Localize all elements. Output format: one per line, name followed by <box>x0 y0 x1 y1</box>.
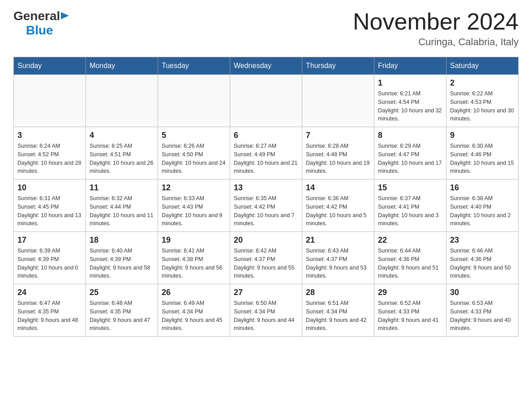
logo-general-text: General <box>13 9 60 23</box>
day-number: 12 <box>162 183 226 193</box>
calendar-cell: 18Sunrise: 6:40 AMSunset: 4:39 PMDayligh… <box>86 232 158 284</box>
day-number: 29 <box>378 288 442 297</box>
logo: General Blue <box>13 9 69 38</box>
day-info: Sunrise: 6:48 AMSunset: 4:35 PMDaylight:… <box>90 299 154 333</box>
day-info: Sunrise: 6:49 AMSunset: 4:34 PMDaylight:… <box>162 299 226 333</box>
calendar-cell: 6Sunrise: 6:27 AMSunset: 4:49 PMDaylight… <box>230 127 302 180</box>
day-number: 20 <box>234 235 298 245</box>
day-info: Sunrise: 6:33 AMSunset: 4:43 PMDaylight:… <box>162 194 226 228</box>
calendar-week-5: 24Sunrise: 6:47 AMSunset: 4:35 PMDayligh… <box>14 284 519 337</box>
calendar-cell: 12Sunrise: 6:33 AMSunset: 4:43 PMDayligh… <box>158 180 230 232</box>
day-number: 11 <box>90 183 154 193</box>
day-info: Sunrise: 6:39 AMSunset: 4:39 PMDaylight:… <box>17 247 82 280</box>
weekday-header-sunday: Sunday <box>14 57 86 75</box>
day-info: Sunrise: 6:44 AMSunset: 4:36 PMDaylight:… <box>378 247 442 280</box>
day-info: Sunrise: 6:30 AMSunset: 4:46 PMDaylight:… <box>450 142 515 176</box>
page-header: General Blue November 2024 Curinga, Cala… <box>13 9 519 48</box>
day-info: Sunrise: 6:26 AMSunset: 4:50 PMDaylight:… <box>162 142 226 176</box>
weekday-header-thursday: Thursday <box>302 57 374 75</box>
calendar-cell: 27Sunrise: 6:50 AMSunset: 4:34 PMDayligh… <box>230 284 302 337</box>
calendar-cell: 21Sunrise: 6:43 AMSunset: 4:37 PMDayligh… <box>302 232 374 284</box>
day-number: 4 <box>90 131 154 140</box>
calendar-cell: 7Sunrise: 6:28 AMSunset: 4:48 PMDaylight… <box>302 127 374 180</box>
calendar-cell: 17Sunrise: 6:39 AMSunset: 4:39 PMDayligh… <box>14 232 86 284</box>
calendar-week-1: 1Sunrise: 6:21 AMSunset: 4:54 PMDaylight… <box>14 75 519 127</box>
day-number: 13 <box>234 183 298 193</box>
day-number: 21 <box>306 235 370 245</box>
calendar-cell: 3Sunrise: 6:24 AMSunset: 4:52 PMDaylight… <box>14 127 86 180</box>
logo-blue-text: Blue <box>26 23 53 37</box>
day-number: 15 <box>378 183 442 193</box>
day-number: 27 <box>234 288 298 297</box>
day-number: 1 <box>378 78 442 88</box>
day-info: Sunrise: 6:28 AMSunset: 4:48 PMDaylight:… <box>306 142 370 176</box>
day-number: 22 <box>378 235 442 245</box>
day-info: Sunrise: 6:52 AMSunset: 4:33 PMDaylight:… <box>378 299 442 333</box>
day-number: 14 <box>306 183 370 193</box>
calendar-cell: 29Sunrise: 6:52 AMSunset: 4:33 PMDayligh… <box>374 284 446 337</box>
day-info: Sunrise: 6:51 AMSunset: 4:34 PMDaylight:… <box>306 299 370 333</box>
day-number: 30 <box>450 288 515 297</box>
day-number: 9 <box>450 131 515 140</box>
calendar-cell: 28Sunrise: 6:51 AMSunset: 4:34 PMDayligh… <box>302 284 374 337</box>
day-info: Sunrise: 6:43 AMSunset: 4:37 PMDaylight:… <box>306 247 370 280</box>
calendar-week-3: 10Sunrise: 6:31 AMSunset: 4:45 PMDayligh… <box>14 180 519 232</box>
day-number: 16 <box>450 183 515 193</box>
day-info: Sunrise: 6:47 AMSunset: 4:35 PMDaylight:… <box>17 299 82 333</box>
calendar-cell: 23Sunrise: 6:46 AMSunset: 4:36 PMDayligh… <box>446 232 519 284</box>
logo-arrow-icon <box>61 11 69 22</box>
calendar-cell <box>230 75 302 127</box>
day-info: Sunrise: 6:41 AMSunset: 4:38 PMDaylight:… <box>162 247 226 280</box>
day-info: Sunrise: 6:31 AMSunset: 4:45 PMDaylight:… <box>17 194 82 228</box>
day-number: 6 <box>234 131 298 140</box>
weekday-header-row: SundayMondayTuesdayWednesdayThursdayFrid… <box>14 57 519 75</box>
day-number: 28 <box>306 288 370 297</box>
calendar-cell: 10Sunrise: 6:31 AMSunset: 4:45 PMDayligh… <box>14 180 86 232</box>
calendar-cell <box>158 75 230 127</box>
calendar-week-2: 3Sunrise: 6:24 AMSunset: 4:52 PMDaylight… <box>14 127 519 180</box>
day-info: Sunrise: 6:46 AMSunset: 4:36 PMDaylight:… <box>450 247 515 280</box>
calendar-cell: 22Sunrise: 6:44 AMSunset: 4:36 PMDayligh… <box>374 232 446 284</box>
day-info: Sunrise: 6:22 AMSunset: 4:53 PMDaylight:… <box>450 90 515 123</box>
day-info: Sunrise: 6:36 AMSunset: 4:42 PMDaylight:… <box>306 194 370 228</box>
location-title: Curinga, Calabria, Italy <box>353 36 519 48</box>
day-number: 23 <box>450 235 515 245</box>
weekday-header-saturday: Saturday <box>446 57 519 75</box>
weekday-header-tuesday: Tuesday <box>158 57 230 75</box>
calendar-cell: 13Sunrise: 6:35 AMSunset: 4:42 PMDayligh… <box>230 180 302 232</box>
calendar-table: SundayMondayTuesdayWednesdayThursdayFrid… <box>13 57 519 337</box>
day-number: 2 <box>450 78 515 88</box>
day-number: 25 <box>90 288 154 297</box>
calendar-cell: 14Sunrise: 6:36 AMSunset: 4:42 PMDayligh… <box>302 180 374 232</box>
calendar-cell: 1Sunrise: 6:21 AMSunset: 4:54 PMDaylight… <box>374 75 446 127</box>
calendar-cell <box>302 75 374 127</box>
day-number: 19 <box>162 235 226 245</box>
weekday-header-monday: Monday <box>86 57 158 75</box>
day-number: 26 <box>162 288 226 297</box>
day-info: Sunrise: 6:50 AMSunset: 4:34 PMDaylight:… <box>234 299 298 333</box>
day-info: Sunrise: 6:29 AMSunset: 4:47 PMDaylight:… <box>378 142 442 176</box>
calendar-cell: 8Sunrise: 6:29 AMSunset: 4:47 PMDaylight… <box>374 127 446 180</box>
calendar-cell: 11Sunrise: 6:32 AMSunset: 4:44 PMDayligh… <box>86 180 158 232</box>
calendar-cell: 4Sunrise: 6:25 AMSunset: 4:51 PMDaylight… <box>86 127 158 180</box>
calendar-cell: 30Sunrise: 6:53 AMSunset: 4:33 PMDayligh… <box>446 284 519 337</box>
day-number: 8 <box>378 131 442 140</box>
day-info: Sunrise: 6:32 AMSunset: 4:44 PMDaylight:… <box>90 194 154 228</box>
day-number: 17 <box>17 235 82 245</box>
day-number: 10 <box>17 183 82 193</box>
day-info: Sunrise: 6:37 AMSunset: 4:41 PMDaylight:… <box>378 194 442 228</box>
calendar-cell: 24Sunrise: 6:47 AMSunset: 4:35 PMDayligh… <box>14 284 86 337</box>
calendar-cell: 26Sunrise: 6:49 AMSunset: 4:34 PMDayligh… <box>158 284 230 337</box>
calendar-cell: 19Sunrise: 6:41 AMSunset: 4:38 PMDayligh… <box>158 232 230 284</box>
day-info: Sunrise: 6:21 AMSunset: 4:54 PMDaylight:… <box>378 90 442 123</box>
day-number: 18 <box>90 235 154 245</box>
calendar-cell: 20Sunrise: 6:42 AMSunset: 4:37 PMDayligh… <box>230 232 302 284</box>
day-number: 3 <box>17 131 82 140</box>
calendar-cell: 5Sunrise: 6:26 AMSunset: 4:50 PMDaylight… <box>158 127 230 180</box>
day-info: Sunrise: 6:27 AMSunset: 4:49 PMDaylight:… <box>234 142 298 176</box>
day-info: Sunrise: 6:42 AMSunset: 4:37 PMDaylight:… <box>234 247 298 280</box>
calendar-cell: 15Sunrise: 6:37 AMSunset: 4:41 PMDayligh… <box>374 180 446 232</box>
day-info: Sunrise: 6:24 AMSunset: 4:52 PMDaylight:… <box>17 142 82 176</box>
calendar-cell: 2Sunrise: 6:22 AMSunset: 4:53 PMDaylight… <box>446 75 519 127</box>
title-section: November 2024 Curinga, Calabria, Italy <box>353 9 519 48</box>
